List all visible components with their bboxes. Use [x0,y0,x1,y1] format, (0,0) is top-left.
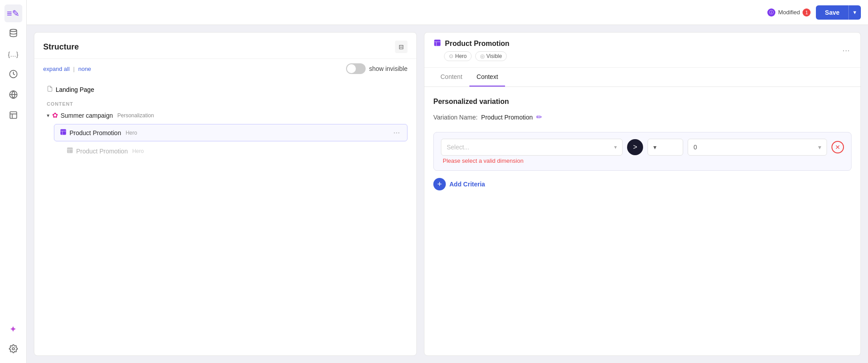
modified-label: Modified [778,9,800,16]
sidebar-icon-globe[interactable] [4,87,22,104]
svg-rect-14 [434,40,440,46]
layout-icon [9,111,18,122]
promo-name-highlighted: Product Promotion [69,129,121,136]
content-section-label: CONTENT [43,96,408,108]
promo-badge-highlighted: Hero [126,130,137,136]
variation-name-row: Variation Name: Product Promotion ✏ [433,113,852,121]
criteria-select-placeholder: Select... [447,144,469,151]
promo-menu-button[interactable]: ··· [391,128,402,137]
hero-chip[interactable]: ⊙ Hero [444,51,472,61]
toggle-knob [347,64,356,73]
variation-name-edit-button[interactable]: ✏ [536,113,542,121]
sidebar: ≡✎ {…} ✦ [0,0,27,363]
structure-toolbar: expand all | none show invisible [34,59,416,78]
sidebar-icon-sparkle[interactable]: ✦ [4,320,22,338]
code-icon: {…} [8,51,18,58]
show-invisible-toggle[interactable] [346,63,366,74]
right-panel-title-area: Product Promotion ⊙ Hero ◎ Visible [433,39,509,61]
variation-name-value: Product Promotion [481,114,533,121]
criteria-op-symbol: > [633,143,637,151]
variation-name-label: Variation Name: [433,114,477,121]
promo-icon-dim [66,147,73,155]
add-criteria-row[interactable]: + Add Criteria [433,178,852,190]
svg-rect-11 [67,148,73,153]
landing-page-item[interactable]: Landing Page [43,83,408,96]
promo-name-dim: Product Promotion [76,148,128,155]
criteria-error: Please select a valid dimension [443,157,844,164]
sidebar-icon-history[interactable] [4,66,22,84]
svg-rect-4 [10,111,16,118]
body-area: Structure ⊟ expand all | none show invis… [27,25,868,363]
visible-chip-icon: ◎ [480,53,485,59]
more-options-button[interactable]: ··· [840,43,852,57]
save-button[interactable]: Save [816,5,848,20]
right-panel-title: Product Promotion [445,40,509,48]
promo-badge-dim: Hero [132,148,144,154]
criteria-op-select[interactable]: ▾ [648,139,683,156]
right-panel-header: Product Promotion ⊙ Hero ◎ Visible ··· [424,33,860,68]
visible-chip[interactable]: ◎ Visible [475,51,507,61]
save-chevron-button[interactable]: ▾ [848,5,861,20]
separator: | [73,66,74,72]
sidebar-icon-settings[interactable] [4,341,22,359]
add-criteria-label: Add Criteria [449,181,485,188]
modified-badge: 1 [803,8,811,16]
save-button-group: Save ▾ [816,5,861,20]
campaign-row[interactable]: ▾ ✿ Summer campaign Personalization [43,108,408,122]
svg-rect-8 [61,129,66,135]
globe-icon [9,90,18,101]
hero-chip-icon: ⊙ [449,53,453,59]
right-panel-title-row: Product Promotion [433,39,509,49]
main-content: ⓘ Modified 1 Save ▾ Structure ⊟ expand a… [27,0,868,363]
structure-header: Structure ⊟ [34,33,416,59]
sidebar-icon-database[interactable] [4,25,22,43]
database-icon [9,29,18,40]
none-link[interactable]: none [78,66,91,72]
promo-icon-highlighted [60,128,67,137]
criteria-value-input[interactable]: 0 ▾ [688,139,827,156]
history-icon [9,70,18,81]
promo-row-inner: Product Promotion Hero [60,128,391,137]
chevron-down-icon: ▾ [853,9,856,16]
panel-body: Personalized variation Variation Name: P… [424,87,860,355]
add-criteria-button[interactable]: + [433,178,446,190]
promo-row-dim[interactable]: Product Promotion Hero [61,143,408,159]
campaign-name: Summer campaign [61,112,113,119]
show-invisible-label: show invisible [369,65,408,72]
criteria-select-chevron: ▾ [614,144,617,150]
criteria-value: 0 [693,144,697,151]
structure-content: Landing Page CONTENT ▾ ✿ Summer campaign… [34,78,416,355]
settings-icon [9,344,18,355]
criteria-value-chevron: ▾ [818,144,821,151]
panel-section-title: Personalized variation [433,98,852,106]
criteria-delete-button[interactable]: ✕ [831,141,844,153]
landing-page-label: Landing Page [56,86,94,93]
hero-chip-label: Hero [455,53,467,59]
campaign-tag: Personalization [118,112,154,119]
criteria-op-button[interactable]: > [627,139,643,155]
expand-all-link[interactable]: expand all [43,66,69,72]
sidebar-icon-menu-edit[interactable]: ≡✎ [4,4,22,22]
menu-edit-icon: ≡✎ [7,8,20,19]
panel-collapse-icon: ⊟ [399,43,404,50]
criteria-select[interactable]: Select... ▾ [441,139,623,156]
sidebar-icon-layout[interactable] [4,107,22,125]
tab-context[interactable]: Context [469,68,505,87]
tabs: Content Context [424,68,860,87]
sidebar-icon-code[interactable]: {…} [4,45,22,63]
page-icon [47,86,53,93]
sparkle-icon: ✦ [9,324,17,334]
campaign-icon: ✿ [52,111,58,120]
svg-point-7 [12,347,14,350]
structure-title: Structure [43,42,79,52]
modified-dot: ⓘ [767,8,775,16]
collapse-panel-button[interactable]: ⊟ [395,41,408,53]
promo-row-highlighted[interactable]: Product Promotion Hero ··· [54,124,408,141]
rp-chips: ⊙ Hero ◎ Visible [444,51,509,61]
structure-panel: Structure ⊟ expand all | none show invis… [34,32,417,356]
criteria-row: Select... ▾ > ▾ 0 [441,139,844,156]
topbar-status: ⓘ Modified 1 [767,8,811,16]
tab-content[interactable]: Content [433,68,469,87]
topbar: ⓘ Modified 1 Save ▾ [27,0,868,25]
toggle-group: show invisible [346,63,408,74]
